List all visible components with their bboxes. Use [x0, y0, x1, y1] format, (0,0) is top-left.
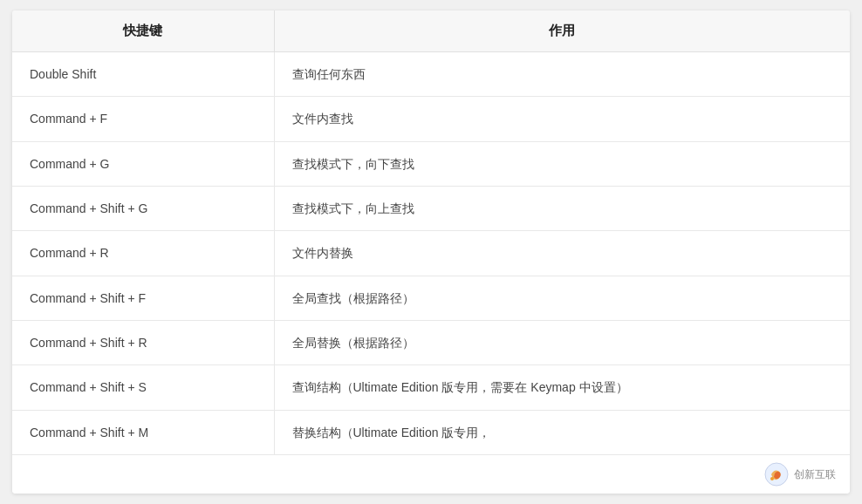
description-cell: 查找模式下，向下查找 — [274, 141, 850, 186]
watermark-logo: 创新互联 — [764, 462, 836, 487]
shortcut-cell: Command + Shift + G — [12, 186, 274, 230]
description-cell: 全局替换（根据路径） — [274, 321, 850, 365]
table-row: Command + Shift + R全局替换（根据路径） — [12, 321, 850, 365]
shortcut-cell: Command + R — [12, 231, 274, 276]
header-shortcut: 快捷键 — [12, 10, 274, 52]
watermark-bar: 创新互联 — [12, 454, 850, 494]
table-row: Double Shift查询任何东西 — [12, 51, 850, 96]
shortcut-cell: Command + Shift + F — [12, 276, 274, 320]
table-row: Command + Shift + M替换结构（Ultimate Edition… — [12, 410, 850, 454]
table-row: Command + Shift + G查找模式下，向上查找 — [12, 186, 850, 230]
description-cell: 查找模式下，向上查找 — [274, 186, 850, 230]
description-cell: 全局查找（根据路径） — [274, 276, 850, 320]
table-header-row: 快捷键 作用 — [12, 10, 850, 52]
shortcut-cell: Command + Shift + R — [12, 321, 274, 365]
shortcut-cell: Command + G — [12, 141, 274, 186]
table-row: Command + F文件内查找 — [12, 97, 850, 141]
shortcut-table: 快捷键 作用 Double Shift查询任何东西Command + F文件内查… — [12, 10, 850, 455]
shortcut-cell: Command + F — [12, 97, 274, 141]
description-cell: 查询结构（Ultimate Edition 版专用，需要在 Keymap 中设置… — [274, 365, 850, 410]
description-cell: 查询任何东西 — [274, 51, 850, 96]
watermark-icon — [764, 462, 789, 487]
table-row: Command + G查找模式下，向下查找 — [12, 141, 850, 186]
description-cell: 文件内查找 — [274, 97, 850, 141]
shortcut-cell: Double Shift — [12, 51, 274, 96]
shortcut-cell: Command + Shift + M — [12, 410, 274, 454]
svg-point-1 — [770, 477, 774, 480]
header-description: 作用 — [274, 10, 850, 52]
watermark-text: 创新互联 — [794, 467, 836, 482]
main-card: 快捷键 作用 Double Shift查询任何东西Command + F文件内查… — [12, 10, 850, 494]
description-cell: 文件内替换 — [274, 231, 850, 276]
table-row: Command + Shift + S查询结构（Ultimate Edition… — [12, 365, 850, 410]
description-cell: 替换结构（Ultimate Edition 版专用， — [274, 410, 850, 454]
table-row: Command + R文件内替换 — [12, 231, 850, 276]
shortcut-cell: Command + Shift + S — [12, 365, 274, 410]
table-row: Command + Shift + F全局查找（根据路径） — [12, 276, 850, 320]
